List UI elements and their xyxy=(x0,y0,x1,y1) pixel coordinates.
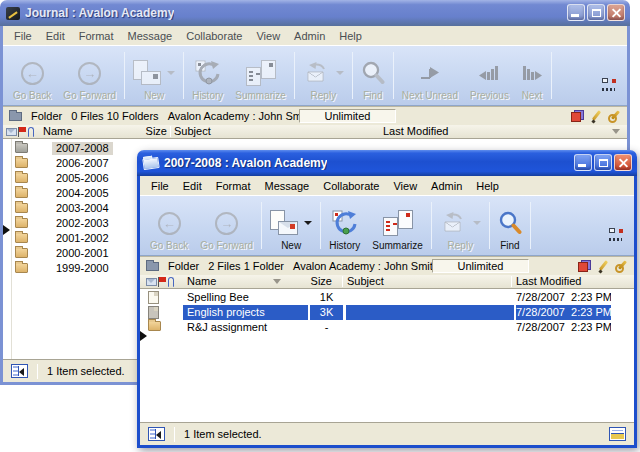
toolbar-overflow-button[interactable] xyxy=(603,198,630,253)
reply-icon xyxy=(303,62,331,84)
toolbar-separator xyxy=(261,202,262,249)
file-row[interactable]: Spelling Bee 1K 7/28/2007 2:23 PM xyxy=(140,290,634,305)
pencil-icon[interactable] xyxy=(591,110,601,123)
minimize-button[interactable] xyxy=(567,4,585,21)
menu-file[interactable]: File xyxy=(144,178,176,194)
journal-window-title: Journal : Avalon Academy xyxy=(25,6,174,20)
toolbar-separator xyxy=(489,202,490,249)
paperclip-icon[interactable] xyxy=(168,277,174,287)
go-back-button[interactable]: ← Go Back xyxy=(7,48,57,103)
next-button[interactable]: Next xyxy=(515,48,549,103)
menu-format[interactable]: Format xyxy=(209,178,258,194)
close-button[interactable] xyxy=(607,4,625,21)
maximize-button[interactable] xyxy=(594,154,612,171)
folder-icon xyxy=(148,321,161,331)
sort-down-icon[interactable] xyxy=(273,279,281,284)
go-forward-button[interactable]: → Go Forward xyxy=(194,198,259,253)
history-icon xyxy=(332,210,358,236)
journal-menubar: File Edit Format Message Collaborate Vie… xyxy=(3,26,627,45)
menu-edit[interactable]: Edit xyxy=(176,178,209,194)
menu-view[interactable]: View xyxy=(386,178,424,194)
previous-icon xyxy=(478,66,500,80)
menu-format[interactable]: Format xyxy=(72,28,121,44)
menu-help[interactable]: Help xyxy=(469,178,506,194)
flag-icon[interactable] xyxy=(158,277,166,287)
next-unread-icon xyxy=(419,66,441,80)
status-text: 1 Item selected. xyxy=(184,428,262,440)
column-name[interactable]: Name xyxy=(187,275,216,288)
menu-collaborate[interactable]: Collaborate xyxy=(179,28,249,44)
reply-button[interactable]: Reply xyxy=(297,48,350,103)
folder-icon xyxy=(15,218,28,228)
menu-message[interactable]: Message xyxy=(121,28,180,44)
reply-button[interactable]: Reply xyxy=(434,198,487,253)
journal-infobar: Folder 0 Files 10 Folders Avalon Academy… xyxy=(3,106,627,125)
year-titlebar[interactable]: 2007-2008 : Avalon Academy xyxy=(137,150,637,176)
column-last-modified[interactable]: Last Modified xyxy=(516,275,581,288)
find-button[interactable]: Find xyxy=(355,48,391,103)
summarize-icon xyxy=(246,60,276,86)
column-size[interactable]: Size xyxy=(290,275,332,288)
new-button[interactable]: New xyxy=(264,198,318,253)
new-icon xyxy=(270,210,299,237)
toolbar-separator xyxy=(352,52,353,99)
column-size[interactable]: Size xyxy=(131,125,167,138)
sort-down-icon[interactable] xyxy=(612,129,620,134)
window-controls xyxy=(574,154,632,171)
go-forward-icon: → xyxy=(78,62,101,85)
minimize-button[interactable] xyxy=(574,154,592,171)
next-unread-button[interactable]: Next Unread xyxy=(396,48,464,103)
key-pen-icon[interactable] xyxy=(608,110,621,123)
toolbar-overflow-icon xyxy=(609,228,624,241)
column-name[interactable]: Name xyxy=(43,125,72,138)
maximize-button[interactable] xyxy=(587,4,605,21)
menu-admin[interactable]: Admin xyxy=(287,28,332,44)
new-dropdown-icon[interactable] xyxy=(304,221,312,225)
menu-view[interactable]: View xyxy=(249,28,287,44)
pencil-icon[interactable] xyxy=(598,260,608,273)
envelope-icon[interactable] xyxy=(146,278,157,286)
column-subject[interactable]: Subject xyxy=(174,125,211,138)
permissions-icon[interactable] xyxy=(578,260,591,272)
flag-icon[interactable] xyxy=(18,127,26,137)
go-forward-button[interactable]: → Go Forward xyxy=(57,48,122,103)
history-button[interactable]: History xyxy=(186,48,229,103)
previous-button[interactable]: Previous xyxy=(464,48,515,103)
year-window: 2007-2008 : Avalon Academy File Edit For… xyxy=(137,150,637,448)
file-row-selected[interactable]: English projects 3K 7/28/2007 2:23 PM xyxy=(140,305,634,320)
permissions-icon[interactable] xyxy=(571,110,584,122)
menu-help[interactable]: Help xyxy=(332,28,369,44)
summarize-button[interactable]: Summarize xyxy=(366,198,429,253)
new-button[interactable]: New xyxy=(127,48,181,103)
folder-row[interactable]: R&J assignment - 7/28/2007 2:23 PM xyxy=(140,320,634,335)
pane-toggle-icon[interactable] xyxy=(11,364,28,378)
toolbar-overflow-button[interactable] xyxy=(596,48,623,103)
toolbar-separator xyxy=(294,52,295,99)
key-pen-icon[interactable] xyxy=(615,260,628,273)
find-button[interactable]: Find xyxy=(492,198,528,253)
summary-pane-icon[interactable] xyxy=(609,427,626,441)
summarize-button[interactable]: Summarize xyxy=(229,48,292,103)
column-subject[interactable]: Subject xyxy=(347,275,384,288)
menu-admin[interactable]: Admin xyxy=(424,178,469,194)
envelope-icon[interactable] xyxy=(6,128,17,136)
journal-titlebar[interactable]: Journal : Avalon Academy xyxy=(0,0,630,26)
pane-toggle-icon[interactable] xyxy=(148,427,165,441)
toolbar-separator xyxy=(551,52,552,99)
close-button[interactable] xyxy=(614,154,632,171)
menu-message[interactable]: Message xyxy=(258,178,317,194)
folder-small-icon xyxy=(9,112,22,121)
find-icon xyxy=(498,210,522,236)
column-last-modified[interactable]: Last Modified xyxy=(383,125,448,138)
menu-collaborate[interactable]: Collaborate xyxy=(316,178,386,194)
go-back-button[interactable]: ← Go Back xyxy=(144,198,194,253)
history-button[interactable]: History xyxy=(323,198,366,253)
menu-edit[interactable]: Edit xyxy=(39,28,72,44)
toolbar-separator xyxy=(431,202,432,249)
reply-dropdown-icon[interactable] xyxy=(336,71,344,75)
folder-icon xyxy=(15,248,28,258)
paperclip-icon[interactable] xyxy=(28,127,34,137)
reply-dropdown-icon[interactable] xyxy=(473,221,481,225)
menu-file[interactable]: File xyxy=(7,28,39,44)
new-dropdown-icon[interactable] xyxy=(167,71,175,75)
